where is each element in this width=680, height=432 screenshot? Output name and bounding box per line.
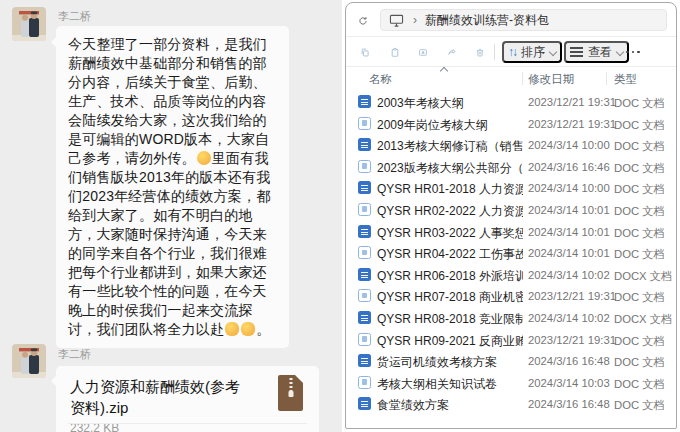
word-document-icon: [358, 268, 371, 281]
address-box[interactable]: › 薪酬绩效训练营-资料包: [380, 9, 667, 31]
file-date-modified: 2023/12/21 19:31: [528, 118, 616, 130]
sort-arrows-icon: ↑↓: [508, 45, 516, 59]
file-name: 2013考核大纲修订稿（销售篇）: [377, 138, 523, 155]
desktop-icon: [389, 14, 404, 27]
file-name: 2009年岗位考核大纲: [377, 117, 523, 134]
divider: [346, 36, 676, 37]
file-row[interactable]: 2003年考核大纲 2023/12/21 19:31 DOC 文档: [346, 91, 676, 113]
word-document-icon: [358, 311, 371, 324]
share-icon[interactable]: [441, 41, 463, 63]
file-row[interactable]: 2013考核大纲修订稿（销售篇） 2024/3/14 10:00 DOC 文档: [346, 134, 676, 156]
file-row[interactable]: QYSR HR08-2018 竞业限制协议 2024/3/14 10:02 DO…: [346, 307, 676, 329]
column-header-name[interactable]: 名称: [369, 72, 392, 87]
message-text: 里面有我们销售版块2013年的版本还有我们2023年经营体的绩效方案，都给到大家…: [68, 150, 270, 337]
file-row[interactable]: QYSR HR02-2022 人力资源管理规范 2024/3/14 10:01 …: [346, 199, 676, 221]
toolbar-separator: [494, 44, 495, 60]
rename-icon[interactable]: [412, 41, 434, 63]
file-date-modified: 2024/3/14 10:03: [528, 377, 610, 389]
file-type: DOCX 文档: [614, 269, 672, 284]
word-document-icon: [358, 376, 371, 389]
sort-ascending-icon: [440, 67, 448, 75]
card-divider: [68, 423, 307, 424]
word-document-icon: [358, 117, 371, 130]
word-document-icon: [358, 160, 371, 173]
column-separator[interactable]: [606, 72, 607, 85]
file-date-modified: 2024/3/14 10:00: [528, 139, 610, 151]
file-type: DOC 文档: [614, 139, 665, 154]
file-explorer-window: › 薪酬绩效训练营-资料包: [345, 2, 677, 429]
file-date-modified: 2023/12/21 19:31: [528, 290, 616, 302]
avatar[interactable]: [12, 344, 46, 378]
chat-message-bubble: 今天整理了一部分资料，是我们薪酬绩效中基础部分和销售的部分内容，后续关于食堂、后…: [56, 26, 289, 348]
sort-button[interactable]: ↑↓ 排序: [502, 41, 562, 63]
delete-icon[interactable]: [469, 41, 491, 63]
file-name: QYSR HR03-2022 人事奖惩管理细则-ok: [377, 225, 523, 242]
file-name: 食堂绩效方案: [377, 397, 523, 414]
view-button[interactable]: 查看: [564, 41, 629, 63]
file-name: 2023版考核大纲公共部分（三项基础考...: [377, 160, 523, 177]
file-row[interactable]: QYSR HR03-2022 人事奖惩管理细则-ok 2024/3/14 10:…: [346, 221, 676, 243]
file-name: 货运司机绩效考核方案: [377, 354, 523, 371]
word-document-icon: [358, 333, 371, 346]
file-type: DOC 文档: [614, 204, 665, 219]
sort-label: 排序: [521, 44, 545, 61]
file-date-modified: 2024/3/16 16:48: [528, 398, 610, 410]
word-document-icon: [358, 138, 371, 151]
file-row[interactable]: QYSR HR06-2018 外派培训管理细则 -ok 2024/3/14 10…: [346, 264, 676, 286]
more-icon[interactable]: [622, 41, 644, 63]
breadcrumb[interactable]: 薪酬绩效训练营-资料包: [425, 12, 549, 29]
file-date-modified: 2024/3/14 10:02: [528, 269, 610, 281]
fist-emoji: [225, 322, 239, 336]
column-separator[interactable]: [522, 72, 523, 85]
word-document-icon: [358, 397, 371, 410]
word-document-icon: [358, 95, 371, 108]
file-type: DOC 文档: [614, 398, 665, 413]
file-row[interactable]: QYSR HR09-2021 反商业贿赂管理细则 2023/12/21 19:3…: [346, 329, 676, 351]
file-row[interactable]: QYSR HR07-2018 商业机密管理规范 2023/12/21 19:31…: [346, 285, 676, 307]
file-row[interactable]: 货运司机绩效考核方案 2024/3/16 16:48 DOC 文档: [346, 350, 676, 372]
view-label: 查看: [588, 44, 612, 61]
view-lines-icon: [570, 47, 583, 57]
file-type: DOC 文档: [614, 226, 665, 241]
file-date-modified: 2024/3/14 10:00: [528, 182, 610, 194]
file-row[interactable]: QYSR HR04-2022 工伤事故管理细则- ok 2024/3/14 10…: [346, 242, 676, 264]
avatar-photo: [12, 344, 46, 378]
avatar-photo: [12, 7, 46, 41]
fist-emoji: [241, 322, 255, 336]
file-date-modified: 2024/3/14 10:01: [528, 204, 610, 216]
file-name: 2003年考核大纲: [377, 95, 523, 112]
file-list: 2003年考核大纲 2023/12/21 19:31 DOC 文档 2009年岗…: [346, 91, 676, 415]
file-name: QYSR HR06-2018 外派培训管理细则 -ok: [377, 268, 523, 285]
file-date-modified: 2024/3/14 10:01: [528, 247, 610, 259]
word-document-icon: [358, 354, 371, 367]
file-type: DOC 文档: [614, 161, 665, 176]
file-row[interactable]: 食堂绩效方案 2024/3/16 16:48 DOC 文档: [346, 393, 676, 415]
avatar[interactable]: [12, 7, 46, 41]
chat-panel: 李二桥 今天整理了一部分资料，是我们薪酬绩效中基础部分和销售的部分内容，后续关于…: [0, 0, 342, 432]
file-date-modified: 2024/3/14 10:02: [528, 312, 610, 324]
file-type: DOC 文档: [614, 247, 665, 262]
file-row[interactable]: 2009年岗位考核大纲 2023/12/21 19:31 DOC 文档: [346, 113, 676, 135]
file-type: DOC 文档: [614, 118, 665, 133]
file-row[interactable]: 2023版考核大纲公共部分（三项基础考... 2024/3/16 16:46 D…: [346, 156, 676, 178]
file-message-card[interactable]: 人力资源和薪酬绩效(参考资料).zip 232.2 KB: [56, 366, 319, 432]
refresh-icon[interactable]: [352, 10, 374, 32]
file-type: DOC 文档: [614, 355, 665, 370]
paste-icon[interactable]: [384, 41, 406, 63]
file-date-modified: 2024/3/16 16:46: [528, 161, 610, 173]
folded-hands-emoji: [197, 151, 211, 165]
word-document-icon: [358, 289, 371, 302]
file-name: 考核大纲相关知识试卷: [377, 376, 523, 393]
file-name: QYSR HR01-2018 人力资源标准: [377, 181, 523, 198]
file-row[interactable]: QYSR HR01-2018 人力资源标准 2024/3/14 10:00 DO…: [346, 177, 676, 199]
address-bar: › 薪酬绩效训练营-资料包: [346, 9, 676, 33]
copy-icon[interactable]: [354, 41, 376, 63]
file-type: DOC 文档: [614, 96, 665, 111]
chevron-down-icon: [549, 48, 557, 56]
column-header-type[interactable]: 类型: [614, 72, 637, 87]
file-row[interactable]: 考核大纲相关知识试卷 2024/3/14 10:03 DOC 文档: [346, 372, 676, 394]
file-date-modified: 2023/12/21 19:31: [528, 334, 616, 346]
file-date-modified: 2024/3/14 10:01: [528, 226, 610, 238]
file-name: QYSR HR02-2022 人力资源管理规范: [377, 203, 523, 220]
column-header-date[interactable]: 修改日期: [528, 72, 574, 87]
